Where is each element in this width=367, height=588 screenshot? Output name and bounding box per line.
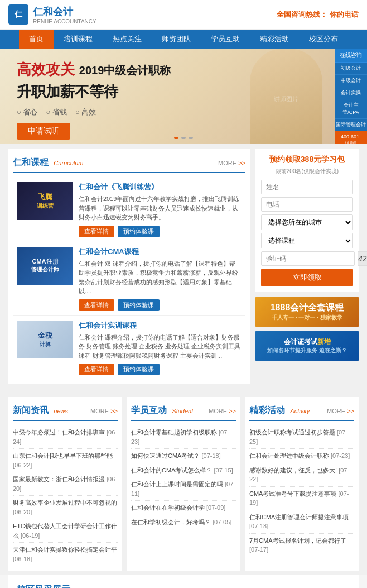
course-img-2: CMA注册 管理会计师 (17, 247, 73, 285)
form-phone-input[interactable] (261, 197, 353, 212)
student-item: 在仁和学初级会计，好考吗？ [07-05] (131, 515, 236, 530)
news-item: 山东仁和会计|我也早早下班的那些能 [06-22] (13, 449, 118, 472)
form-captcha-input[interactable] (261, 251, 355, 266)
course-desc-3: 仁和会计 课程介绍，拨打你的电话了解【适合对象】财务服务 财务管理 账务处理 企… (79, 333, 241, 361)
campus-title: 校区风采展示 (17, 585, 70, 588)
activity-item: 仁和会计处理进中级会计职称 [07-23] (249, 449, 354, 463)
nav-item-hot[interactable]: 热点关注 (103, 30, 152, 49)
captcha-image: 4253 (358, 251, 367, 266)
course-info-1: 仁和会计《飞腾训练营》 仁和会计2019年面向过十六年教学实战打磨，推出飞腾训练… (79, 182, 241, 237)
form-city-select[interactable]: 选择您所在的城市 (261, 214, 353, 230)
bottom-three-cols: 新闻资讯 news MORE 中级今年必须过！仁和会计排班审 [06-24] 山… (0, 393, 367, 575)
news-subtitle: news (54, 408, 68, 414)
activity-item: 仁和CMA注册管理会计师提注意事项 [07-18] (249, 510, 354, 534)
course-card-1: 飞腾 训练营 仁和会计《飞腾训练营》 仁和会计2019年面向过十六年教学实战打磨… (13, 178, 245, 242)
course-detail-btn-2[interactable]: 查看详情 (79, 299, 114, 311)
courses-more[interactable]: MORE (218, 160, 245, 166)
nav-item-home[interactable]: 首页 (19, 30, 54, 49)
course-detail-btn-3[interactable]: 查看详情 (79, 364, 114, 375)
logo-icon: 仁 (8, 4, 28, 25)
course-info-2: 仁和会计CMA课程 仁和会计 双 课程介绍，拨打你的电话了解【课程特色】帮助学员… (79, 247, 241, 311)
nav-item-courses[interactable]: 培训课程 (54, 30, 103, 49)
activity-header: 精彩活动 Activity MORE (249, 401, 354, 421)
course-img-3: 金税 计算 (17, 321, 73, 358)
course-try-btn-1[interactable]: 预约体验课 (118, 226, 160, 237)
news-item: 天津仁和会计实操数你轻松搞定会计平 [06-18] (13, 543, 118, 566)
nav-item-campus[interactable]: 校区分布 (299, 30, 348, 49)
sidebar-phone[interactable]: 400-601-6868 (335, 131, 367, 144)
course-name-2: 仁和会计CMA课程 (79, 247, 241, 257)
logo-text: 仁和会计 (33, 5, 96, 18)
activity-subtitle: Activity (290, 408, 310, 414)
ad-banner-1[interactable]: 1888会计全套课程 千人专一 · 一对一 · 独家教学 (255, 297, 359, 327)
logo: 仁 仁和会计 RENHE ACCOUNTANCY (8, 4, 96, 25)
activity-item: 7月CMA考试报名计划，记会都行了 [07-17] (249, 534, 354, 557)
hotline: 全国咨询热线： 你的电话 (277, 9, 359, 20)
news-item: 国家最新教文：浙仁和会计情报漫 [06-20] (13, 472, 118, 496)
main-nav: 首页 培训课程 热点关注 师资团队 学员互动 精彩活动 校区分布 (0, 30, 367, 49)
student-more[interactable]: MORE (209, 408, 236, 414)
sidebar-international[interactable]: 国际管理会计 (335, 119, 367, 131)
sidebar-intermediate[interactable]: 中级会计 (335, 75, 367, 87)
banner-title2: 升职加薪不等待 (17, 82, 350, 102)
activity-item: CMA考试准考号下载提注意事项 [07-19] (249, 487, 354, 510)
course-try-btn-2[interactable]: 预约体验课 (118, 299, 160, 311)
student-item: 仁和会计零基础起初学初级职称 [07-23] (131, 426, 236, 449)
form-captcha-row: 4253 (261, 251, 353, 266)
activity-col: 精彩活动 Activity MORE 初级会计职称考试通过初步答题 [07-25… (245, 397, 359, 571)
main-content: 仁和课程 Curriculum MORE 飞腾 训练营 仁和会计《飞腾训练营》 … (0, 144, 367, 393)
student-subtitle: Student (172, 408, 193, 414)
nav-item-students[interactable]: 学员互动 (201, 30, 250, 49)
courses-section: 仁和课程 Curriculum MORE 飞腾 训练营 仁和会计《飞腾训练营》 … (8, 149, 250, 384)
student-header: 学员互动 Student MORE (131, 401, 236, 421)
courses-title: 仁和课程 (13, 157, 49, 167)
logo-sub: RENHE ACCOUNTANCY (33, 18, 96, 25)
campus-header: 校区风采展示 Campus style show (17, 581, 350, 588)
student-item: 仁和会计的CMA考试怎么样？ [07-15] (131, 463, 236, 478)
banner-features: 省心 省钱 高效 (17, 107, 350, 117)
ad-banner-2[interactable]: 会计证考试新增 如何各环节提升服务 迫在之斯？ (255, 331, 359, 361)
hotline-number: 你的电话 (330, 10, 359, 18)
sidebar-primary[interactable]: 初级会计 (335, 63, 367, 75)
banner-title1: 高效攻关 2019中级会计职称 (17, 60, 350, 79)
form-submit-btn[interactable]: 立即领取 (261, 269, 353, 286)
activity-title: 精彩活动 (249, 405, 285, 415)
course-desc-1: 仁和会计2019年面向过十六年教学实战打磨，推出飞腾训练营课程，课程可以让零基础… (79, 194, 241, 222)
main-left: 仁和课程 Curriculum MORE 飞腾 训练营 仁和会计《飞腾训练营》 … (8, 149, 250, 387)
course-card-2: CMA注册 管理会计师 仁和会计CMA课程 仁和会计 双 课程介绍，拨打你的电话… (13, 242, 245, 315)
banner-btn[interactable]: 申请试听 (17, 123, 70, 140)
right-sidebar: 在线咨询 初级会计 中级会计 会计实操 会计主管/CPA 国际管理会计 400-… (335, 49, 367, 144)
course-desc-2: 仁和会计 双 课程介绍，拨打你的电话了解【课程特色】帮助学员提升职业素质，积极竞… (79, 259, 241, 296)
course-detail-btn-1[interactable]: 查看详情 (79, 226, 114, 237)
course-btns-3: 查看详情 预约体验课 (79, 364, 241, 375)
news-item: 财务高效率企业发展过程中不可忽视的 [06-20] (13, 496, 118, 519)
sidebar-cpa[interactable]: 会计主管/CPA (335, 99, 367, 119)
course-btns-1: 查看详情 预约体验课 (79, 226, 241, 237)
main-right: 预约领取388元学习包 限前200名(仅限会计实境) 选择您所在的城市 选择课程… (255, 149, 359, 387)
form-title: 预约领取388元学习包 (261, 155, 353, 165)
banner: 高效攻关 2019中级会计职称 升职加薪不等待 省心 省钱 高效 申请试听 讲师… (0, 49, 367, 144)
sidebar-practical[interactable]: 会计实操 (335, 87, 367, 99)
activity-item: 初级会计职称考试通过初步答题 [07-25] (249, 426, 354, 449)
student-title: 学员互动 (131, 405, 167, 415)
form-course-select[interactable]: 选择课程 (261, 233, 353, 248)
student-item: 仁和会计上上课时间是需固定的吗 [07-11] (131, 477, 236, 501)
news-title: 新闻资讯 (13, 405, 49, 415)
news-item: 中级今年必须过！仁和会计排班审 [06-24] (13, 426, 118, 449)
form-name-input[interactable] (261, 180, 353, 194)
nav-item-teachers[interactable]: 师资团队 (152, 30, 201, 49)
student-col: 学员互动 Student MORE 仁和会计零基础起初学初级职称 [07-23]… (127, 397, 240, 571)
form-subtitle: 限前200名(仅限会计实境) (261, 168, 353, 175)
sidebar-consult[interactable]: 在线咨询 (335, 49, 367, 63)
news-more[interactable]: MORE (90, 408, 118, 414)
activity-more[interactable]: MORE (327, 408, 354, 414)
course-btns-2: 查看详情 预约体验课 (79, 299, 241, 311)
course-name-3: 仁和会计实训课程 (79, 321, 241, 331)
course-try-btn-3[interactable]: 预约体验课 (118, 364, 160, 375)
course-info-3: 仁和会计实训课程 仁和会计 课程介绍，拨打你的电话了解【适合对象】财务服务 财务… (79, 321, 241, 376)
nav-item-activities[interactable]: 精彩活动 (250, 30, 299, 49)
campus-section: 校区风采展示 Campus style show 湖北 北京 上海 陕西 湖南 … (8, 575, 359, 588)
news-col: 新闻资讯 news MORE 中级今年必须过！仁和会计排班审 [06-24] 山… (8, 397, 122, 571)
course-name-1: 仁和会计《飞腾训练营》 (79, 182, 241, 192)
course-card-3: 金税 计算 仁和会计实训课程 仁和会计 课程介绍，拨打你的电话了解【适合对象】财… (13, 315, 245, 380)
